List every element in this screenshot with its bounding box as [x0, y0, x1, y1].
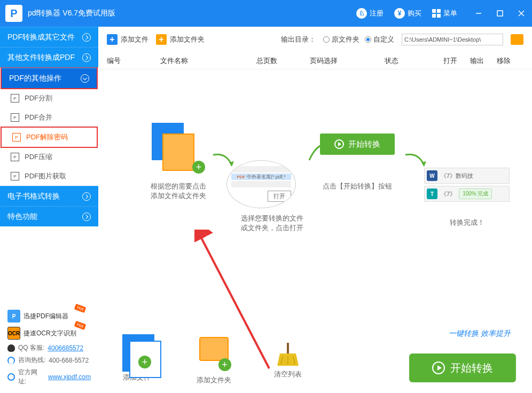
chevron-right-icon: [82, 53, 91, 62]
sub-pdf-merge[interactable]: P PDF合并: [0, 108, 98, 127]
maximize-button[interactable]: [495, 8, 505, 19]
output-label: 输出目录：: [281, 35, 316, 44]
qq-contact: QQ 客服: 4006685572: [7, 342, 91, 354]
user-icon: ♘: [356, 8, 367, 19]
browse-folder-button[interactable]: [511, 34, 523, 45]
phone-contact: 咨询热线: 400-668-5572: [7, 354, 91, 366]
radio-checked-icon: [365, 36, 371, 43]
add-file-action[interactable]: + 添加文件: [120, 334, 154, 382]
add-file-button[interactable]: + 添加文件: [107, 34, 148, 45]
chevron-right-icon: [82, 33, 91, 42]
col-output: 输出: [470, 56, 497, 66]
qq-icon: [7, 344, 15, 352]
sub-pdf-split[interactable]: P PDF分割: [0, 89, 98, 108]
pdf-icon: P: [12, 133, 21, 142]
minimize-button[interactable]: [473, 8, 484, 19]
nav-features[interactable]: 特色功能: [0, 206, 98, 226]
col-number: 编号: [107, 56, 160, 66]
promo-ocr[interactable]: OCR 捷速OCR文字识别 Hot: [7, 325, 91, 342]
svg-rect-5: [287, 343, 289, 353]
nav-ebook[interactable]: 电子书格式转换: [0, 186, 98, 206]
col-status: 状态: [385, 56, 443, 66]
promo-text: 一键转换 效率提升: [449, 329, 511, 339]
clear-list-action[interactable]: 清空列表: [274, 337, 302, 379]
chevron-right-icon: [82, 192, 91, 201]
radio-custom-folder[interactable]: 自定义: [365, 35, 394, 44]
qq-link[interactable]: 4006685572: [48, 344, 83, 352]
titlebar: P pdf转换器 V6.7免费试用版 ♘ 注册 ¥ 购买 菜单: [0, 0, 532, 27]
pdf-icon: P: [11, 113, 19, 122]
radio-icon: [323, 36, 330, 43]
plus-icon: +: [107, 34, 118, 45]
bottom-bar: + 添加文件 + 添加文件夹 清空列表 一键转换 效率提升 开始转换: [98, 324, 532, 393]
tutorial-step-2: PDF 中外著名寓(*.pdf,* 打开 选择您要转换的文件 或文件夹，点击打开: [226, 160, 317, 233]
toolbar: + 添加文件 + 添加文件夹 输出目录： 原文件夹 自定义: [98, 27, 532, 52]
col-remove: 移除: [497, 56, 523, 66]
nav-pdf-to-other[interactable]: PDF转换成其它文件: [0, 27, 98, 47]
globe-icon: [7, 373, 15, 381]
close-button[interactable]: [516, 8, 527, 19]
website-contact: 官方网址: www.xjpdf.com: [7, 366, 91, 388]
add-folder-action[interactable]: + 添加文件夹: [197, 332, 231, 385]
app-logo: P: [5, 5, 22, 22]
tutorial-step-3: 开始转换 点击【开始转换】按钮: [312, 133, 403, 191]
sub-pdf-image-extract[interactable]: P PDF图片获取: [0, 167, 98, 186]
svg-rect-1: [497, 11, 503, 16]
sub-pdf-unlock[interactable]: P PDF解除密码: [2, 128, 97, 147]
app-title: pdf转换器 V6.7免费试用版: [28, 9, 115, 18]
pdf-icon: P: [11, 153, 19, 161]
col-filename: 文件名称: [160, 56, 256, 66]
sub-pdf-compress[interactable]: P PDF压缩: [0, 147, 98, 167]
tutorial-area: + 根据您的需要点击 添加文件或文件夹 PDF 中外著名寓(*.pdf,* 打开…: [98, 69, 532, 324]
chevron-down-icon: [81, 74, 89, 83]
editor-icon: P: [7, 310, 20, 323]
start-convert-demo: 开始转换: [320, 133, 395, 155]
yen-icon: ¥: [394, 8, 405, 19]
progress-badge: 100% 完成: [459, 188, 492, 199]
grid-icon: [432, 9, 441, 18]
word-icon: W: [427, 170, 437, 181]
plus-icon: +: [218, 358, 231, 371]
pdf-icon: P: [11, 172, 19, 180]
ocr-icon: OCR: [7, 327, 20, 340]
file-icon: T: [427, 188, 437, 199]
plus-icon: +: [192, 161, 205, 174]
content-area: + 添加文件 + 添加文件夹 输出目录： 原文件夹 自定义: [98, 27, 532, 393]
sidebar: PDF转换成其它文件 其他文件转换成PDF PDF的其他操作 P PDF分割 P…: [0, 27, 98, 393]
nav-other-to-pdf[interactable]: 其他文件转换成PDF: [0, 47, 98, 67]
col-page-select: 页码选择: [310, 56, 385, 66]
play-icon: [334, 139, 344, 149]
col-open: 打开: [443, 56, 470, 66]
plus-icon: +: [156, 34, 167, 45]
buy-button[interactable]: ¥ 购买: [394, 8, 421, 19]
plus-icon: +: [138, 356, 151, 368]
output-path-input[interactable]: [402, 34, 503, 45]
register-button[interactable]: ♘ 注册: [356, 8, 384, 19]
menu-button[interactable]: 菜单: [432, 9, 457, 18]
open-button-demo: 打开: [268, 191, 291, 202]
col-pages: 总页数: [256, 56, 310, 66]
add-folder-button[interactable]: + 添加文件夹: [156, 34, 205, 45]
tutorial-step-4: W 《7》数码技 T 《7》 100% 完成 转换完成！: [419, 166, 515, 227]
headset-icon: [7, 357, 15, 364]
table-header: 编号 文件名称 总页数 页码选择 状态 打开 输出 移除: [98, 52, 532, 69]
chevron-right-icon: [82, 213, 91, 221]
radio-original-folder[interactable]: 原文件夹: [323, 35, 359, 44]
pdf-icon: P: [11, 94, 19, 103]
play-icon: [432, 361, 445, 374]
nav-pdf-operations[interactable]: PDF的其他操作: [2, 68, 97, 88]
start-convert-button[interactable]: 开始转换: [409, 353, 516, 382]
hot-badge: Hot: [74, 304, 86, 313]
website-link[interactable]: www.xjpdf.com: [48, 373, 91, 381]
